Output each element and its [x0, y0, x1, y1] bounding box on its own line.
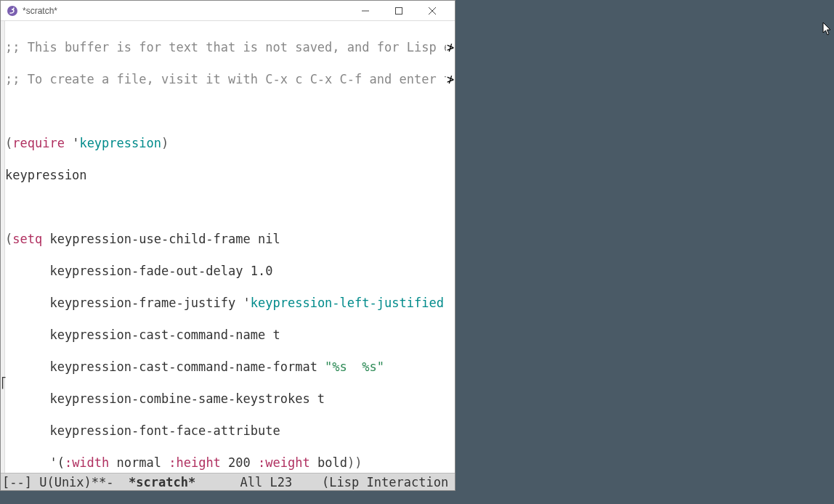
svg-point-0 — [7, 6, 17, 16]
code-text: setq — [12, 232, 42, 246]
code-text: ' — [65, 136, 79, 150]
code-text: normal — [109, 455, 169, 470]
desktop-background: *scratch* ⎡ ;; This buffer is for text t… — [0, 0, 834, 504]
comment-line: ;; To create a file, visit it with C-x c… — [5, 72, 455, 86]
code-text: ( — [5, 136, 12, 150]
modeline-position: All L23 (Lisp Interaction Ke — [195, 475, 455, 489]
code-text: keypression-cast-command-name-format — [5, 359, 325, 374]
emacs-window: *scratch* ⎡ ;; This buffer is for text t… — [0, 0, 456, 491]
mouse-cursor-icon — [822, 22, 833, 36]
comment-line: ;; This buffer is for text that is not s… — [5, 40, 455, 54]
mode-line[interactable]: [--] U(Unix)**- *scratch* All L23 (Lisp … — [1, 473, 455, 490]
maximize-button[interactable] — [382, 1, 416, 21]
code-text: bold — [310, 455, 347, 470]
code-text: keypression-cast-command-name t — [5, 328, 280, 342]
modeline-buffer-name: *scratch* — [129, 475, 195, 489]
code-text: require — [12, 136, 65, 150]
code-text: ( — [5, 232, 12, 246]
editor-area[interactable]: ⎡ ;; This buffer is for text that is not… — [1, 21, 455, 473]
code-text: keypression — [5, 168, 87, 182]
code-text: 200 — [221, 455, 258, 470]
close-button[interactable] — [416, 1, 449, 21]
code-text: :width — [65, 455, 109, 470]
code-text: )) — [347, 455, 362, 470]
window-titlebar[interactable]: *scratch* — [1, 1, 455, 21]
code-text: :weight — [258, 455, 310, 470]
code-text: '( — [5, 455, 65, 470]
scratch-buffer[interactable]: ;; This buffer is for text that is not s… — [5, 21, 455, 473]
modeline-status: [--] U(Unix)**- — [2, 475, 129, 489]
code-text: ) — [161, 136, 169, 150]
truncation-arrow-icon: ≯ — [446, 39, 455, 55]
code-text: keypression — [79, 136, 161, 150]
code-text: keypression-fade-out-delay 1.0 — [5, 264, 272, 278]
window-controls — [349, 1, 449, 21]
truncation-arrow-icon: ≯ — [446, 71, 455, 87]
svg-rect-2 — [396, 7, 402, 14]
code-text: keypression-frame-justify ' — [5, 296, 251, 310]
code-text: keypression-left-justified — [251, 296, 444, 310]
minimize-button[interactable] — [349, 1, 382, 21]
code-text: "%s %s" — [325, 359, 384, 374]
window-title: *scratch* — [23, 6, 57, 16]
code-text: keypression-font-face-attribute — [5, 423, 280, 438]
code-text: keypression-combine-same-keystrokes t — [5, 391, 325, 406]
code-text: keypression-use-child-frame nil — [42, 232, 280, 246]
emacs-icon — [7, 5, 18, 17]
code-text: :height — [169, 455, 221, 470]
